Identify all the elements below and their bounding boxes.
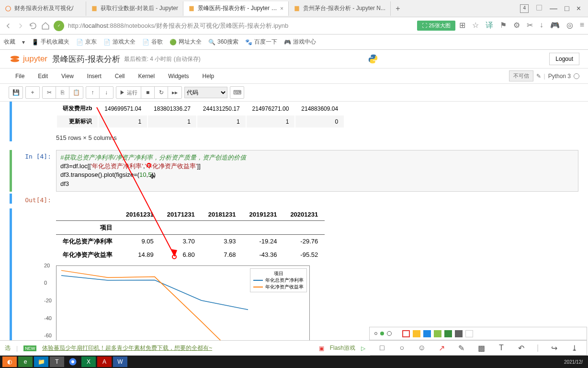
maximize-button[interactable]: □ xyxy=(565,4,569,13)
jupyter-app: jupyter 景峰医药-报表分析 最后检查: 4 小时前 (自动保存) Log… xyxy=(0,50,588,368)
taskbar-jupyter-icon[interactable]: ◐ xyxy=(2,356,17,367)
copy-button[interactable]: ⎘ xyxy=(56,87,69,98)
blur-tool[interactable]: ▩ xyxy=(477,344,486,352)
undo-tool[interactable]: ↶ xyxy=(517,344,525,352)
color-lightgreen[interactable] xyxy=(434,330,441,337)
color-yellow[interactable] xyxy=(413,330,420,337)
command-palette-button[interactable]: ⌨ xyxy=(230,87,244,98)
bookmark-item[interactable]: 📄 京东 xyxy=(76,38,97,46)
logout-button[interactable]: Logout xyxy=(549,53,579,65)
minimize-button[interactable]: — xyxy=(550,4,557,13)
emoji-tool[interactable]: ☺ xyxy=(418,344,426,352)
browser-tab[interactable]: 获取行业数据-封装后 - Jupyter xyxy=(86,1,183,16)
site-security-icon[interactable]: ✓ xyxy=(54,21,64,31)
arrow-tool[interactable]: ↗ xyxy=(437,344,446,352)
save-button[interactable]: 💾 xyxy=(9,87,23,98)
text-tool[interactable]: T xyxy=(497,344,506,352)
menu-file[interactable]: File xyxy=(9,73,31,80)
bookmark-item[interactable]: 📄 游戏大全 xyxy=(103,38,136,46)
menu-icon[interactable]: ≡ xyxy=(580,21,584,31)
rectangle-tool[interactable]: □ xyxy=(378,344,386,352)
skin-icon[interactable] xyxy=(536,4,543,11)
reload-button[interactable] xyxy=(29,22,37,30)
bookmark-item[interactable]: 🎮 游戏中心 xyxy=(284,38,316,46)
close-button[interactable]: × xyxy=(577,4,581,13)
translate-icon[interactable]: 译 xyxy=(486,21,493,31)
new-tab-button[interactable]: + xyxy=(391,4,405,13)
settings-icon[interactable]: ⚙ xyxy=(513,21,520,31)
menu-edit[interactable]: Edit xyxy=(31,73,55,80)
pen-tool[interactable]: ✎ xyxy=(457,344,466,352)
image-count-badge[interactable]: ⛶ 25张大图 xyxy=(417,21,455,31)
download-tool[interactable]: ⤓ xyxy=(570,344,578,352)
rows-count: 515 rows × 5 columns xyxy=(56,134,578,141)
color-blue[interactable] xyxy=(423,330,431,337)
restart-button[interactable]: ↻ xyxy=(155,87,168,98)
cell-type-select[interactable]: 代码 xyxy=(184,87,227,98)
add-cell-button[interactable]: + xyxy=(26,87,39,98)
menu-cell[interactable]: Cell xyxy=(108,73,132,80)
brush-size-large[interactable] xyxy=(387,331,392,336)
brush-size-medium[interactable] xyxy=(380,332,384,335)
scissors-icon[interactable]: ✂ xyxy=(527,21,533,31)
circle-tool[interactable]: ○ xyxy=(397,344,406,352)
cut-button[interactable]: ✂ xyxy=(43,87,56,98)
color-gray[interactable] xyxy=(455,330,463,337)
menu-help[interactable]: Help xyxy=(196,73,221,80)
game-icon[interactable]: 🎮 xyxy=(550,21,560,31)
bookmark-item[interactable]: 🐾 百度一下 xyxy=(245,38,277,46)
edit-icon[interactable]: ✎ xyxy=(536,73,541,80)
flash-icon[interactable]: ▣ xyxy=(319,345,324,352)
notebook-title[interactable]: 景峰医药-报表分析 xyxy=(52,54,120,65)
menu-view[interactable]: View xyxy=(55,73,80,80)
color-green[interactable] xyxy=(444,330,452,337)
code-cell[interactable]: #获取总资产净利率/净资产净利率，分析资产质量，资产创造的价值 df3=df.l… xyxy=(56,150,578,192)
play-icon[interactable]: ▷ xyxy=(361,345,365,352)
move-cursor-icon: ✥ xyxy=(149,172,155,180)
taskbar-excel-icon[interactable]: X xyxy=(81,356,96,367)
taskbar-clock[interactable]: 2021/12/ xyxy=(564,359,586,365)
taskbar-chrome-icon[interactable] xyxy=(66,356,80,367)
browser-tab-active[interactable]: 景峰医药-报表分析 - Jupyter N... × xyxy=(183,1,289,16)
jupyter-logo-text: jupyter xyxy=(23,54,47,64)
qr-icon[interactable]: ⊞ xyxy=(459,21,465,31)
promo-link[interactable]: 体验蕃茄少年扇打印机！超多青少年素材免费下载，想要的全都有~ xyxy=(42,344,212,352)
share-tool[interactable]: ↪ xyxy=(550,344,559,352)
run-button[interactable]: ▶ 运行 xyxy=(116,87,141,98)
menu-widgets[interactable]: Widgets xyxy=(161,73,195,80)
paste-button[interactable]: 📋 xyxy=(69,87,83,98)
close-icon[interactable]: × xyxy=(280,5,283,12)
color-white[interactable] xyxy=(465,330,473,337)
taskbar-explorer-icon[interactable]: 📁 xyxy=(34,356,48,367)
url-field[interactable]: http://localhost:8888/notebooks/财务报表分析及可… xyxy=(68,22,413,30)
taskbar-browser-icon[interactable]: e xyxy=(18,356,33,367)
move-up-button[interactable]: ↑ xyxy=(86,87,100,98)
star-icon[interactable]: ☆ xyxy=(472,21,479,31)
browser-tab[interactable]: 财务报表分析及可视化/ xyxy=(0,1,86,16)
download-icon[interactable]: ↓ xyxy=(540,21,543,31)
browser-tab[interactable]: 贵州茅台-报表分析 - Jupyter N... xyxy=(289,1,391,16)
bookmark-item[interactable]: 📄 谷歌 xyxy=(142,38,163,46)
target-icon[interactable]: ◎ xyxy=(566,21,573,31)
taskbar-word-icon[interactable]: W xyxy=(113,356,127,367)
stop-button[interactable]: ■ xyxy=(141,87,155,98)
bookmark-item[interactable]: 🔍 360搜索 xyxy=(208,38,238,46)
kernel-name[interactable]: Python 3 xyxy=(548,73,571,80)
color-red[interactable] xyxy=(402,330,410,337)
forward-button[interactable] xyxy=(16,22,25,30)
trust-button[interactable]: 不可信 xyxy=(509,70,533,81)
taskbar-text-icon[interactable]: T xyxy=(50,356,64,367)
run-all-button[interactable]: ▸▸ xyxy=(168,87,181,98)
menu-kernel[interactable]: Kernel xyxy=(132,73,162,80)
back-button[interactable] xyxy=(4,22,12,30)
home-button[interactable] xyxy=(41,22,50,30)
move-down-button[interactable]: ↓ xyxy=(100,87,113,98)
extension-icon[interactable]: ⚑ xyxy=(500,21,507,31)
flash-label[interactable]: Flash游戏 xyxy=(330,344,355,352)
menu-insert[interactable]: Insert xyxy=(80,73,108,80)
brush-size-small[interactable] xyxy=(374,332,377,335)
taskbar-pdf-icon[interactable]: A xyxy=(97,356,112,367)
bookmark-item[interactable]: 🟢 网址大全 xyxy=(170,38,202,46)
annotation-tool-toolbar: □ ○ ☺ ↗ ✎ ▩ T ↶ | ↪ ⤓ xyxy=(369,340,587,356)
bookmark-item[interactable]: 📱 手机收藏夹 xyxy=(32,38,69,46)
